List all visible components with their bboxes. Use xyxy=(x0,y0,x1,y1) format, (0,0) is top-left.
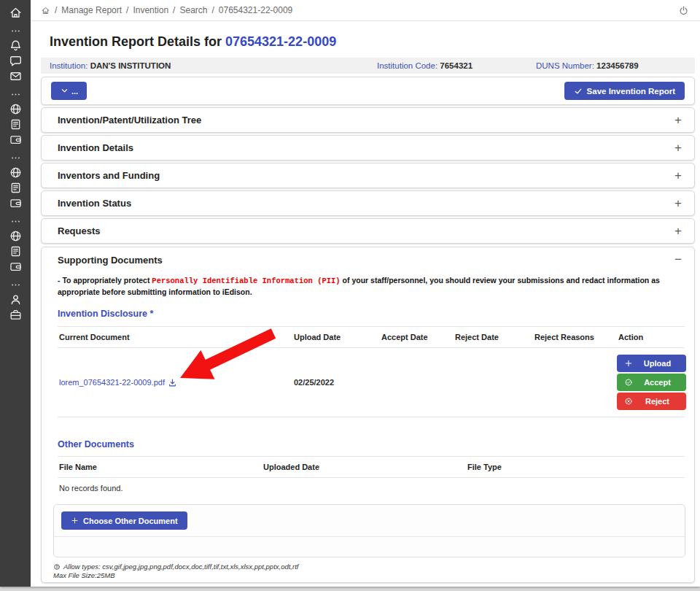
upload-button-label: Upload xyxy=(633,359,686,368)
app-window: / Manage Report / Invention / Search / 0… xyxy=(0,0,700,587)
pii-warning-prefix: - To appropriately protect xyxy=(58,276,152,285)
ellipsis-icon xyxy=(10,279,21,290)
breadcrumb-item-invention[interactable]: Invention xyxy=(133,5,168,15)
sidebar-item-wallet-1[interactable] xyxy=(0,132,31,147)
save-invention-report-button[interactable]: Save Invention Report xyxy=(564,82,685,100)
institution-value: DAN'S INSTITUTION xyxy=(90,61,171,70)
chevron-down-icon xyxy=(60,86,69,96)
person-icon xyxy=(9,293,23,306)
breadcrumb-separator: / xyxy=(126,5,128,15)
save-invention-report-label: Save Invention Report xyxy=(587,87,675,96)
chat-icon xyxy=(9,54,23,68)
accordion-requests[interactable]: Requests + xyxy=(41,218,695,244)
briefcase-icon xyxy=(9,308,23,322)
home-icon xyxy=(41,6,50,15)
accordion-label: Invention Status xyxy=(58,198,131,209)
accordion-supporting-documents[interactable]: Supporting Documents − xyxy=(58,247,685,272)
power-icon xyxy=(678,5,689,16)
accordion-label: Inventors and Funding xyxy=(58,170,160,181)
download-icon[interactable] xyxy=(168,378,177,387)
breadcrumb-item-manage-report[interactable]: Manage Report xyxy=(61,5,122,15)
breadcrumb-separator: / xyxy=(55,5,57,15)
accordion-invention-status[interactable]: Invention Status + xyxy=(41,190,695,216)
accept-button[interactable]: Accept xyxy=(617,374,686,391)
accordion-invention-patent-utilization-tree[interactable]: Invention/Patent/Utilization Tree + xyxy=(41,107,695,133)
upload-notes: Allow types: csv,gif,jpeg,jpg,png,pdf,do… xyxy=(53,563,685,580)
sidebar-item-web-1[interactable] xyxy=(0,101,31,117)
invention-disclosure-title: Invention Disclosure * xyxy=(58,309,685,320)
sidebar-group-separator xyxy=(0,153,31,163)
document-icon xyxy=(9,117,23,131)
sidebar-group-separator xyxy=(0,90,31,99)
choose-other-document-button[interactable]: Choose Other Document xyxy=(61,511,187,530)
more-actions-button[interactable]: ... xyxy=(51,82,87,100)
sidebar-item-organization[interactable] xyxy=(0,307,31,322)
expand-icon: + xyxy=(674,224,682,239)
content-area: / Manage Report / Invention / Search / 0… xyxy=(31,0,700,587)
x-circle-icon xyxy=(624,397,633,406)
column-header-file-type: File Type xyxy=(466,463,685,471)
institution-code-value: 7654321 xyxy=(440,61,472,70)
sidebar xyxy=(0,0,31,587)
home-icon xyxy=(9,6,23,20)
sidebar-item-reports-2[interactable] xyxy=(0,180,31,196)
dropzone-toolbar: Choose Other Document xyxy=(54,505,685,537)
choose-other-document-label: Choose Other Document xyxy=(83,517,178,525)
column-header-upload-date: Upload Date xyxy=(292,333,380,341)
institution-label: Institution: xyxy=(50,61,88,70)
sidebar-group-separator xyxy=(0,280,31,290)
sidebar-item-wallet-3[interactable] xyxy=(0,259,31,274)
column-header-accept-date: Accept Date xyxy=(380,333,454,341)
accordion-invention-details[interactable]: Invention Details + xyxy=(41,135,695,161)
reject-button[interactable]: Reject xyxy=(617,393,686,410)
reject-button-label: Reject xyxy=(633,397,686,406)
collapse-icon: − xyxy=(674,252,682,267)
upload-date-cell: 02/25/2022 xyxy=(292,378,380,387)
sidebar-item-notifications[interactable] xyxy=(0,38,31,53)
sidebar-item-reports-1[interactable] xyxy=(0,117,31,132)
sidebar-item-profile[interactable] xyxy=(0,292,31,307)
accordion-label: Requests xyxy=(58,225,101,236)
logout-button[interactable] xyxy=(677,4,691,18)
topbar: / Manage Report / Invention / Search / 0… xyxy=(31,0,700,21)
accordion-label: Invention/Patent/Utilization Tree xyxy=(58,115,201,125)
ellipsis-icon xyxy=(10,26,21,36)
institution-code-label: Institution Code: xyxy=(377,61,438,70)
breadcrumb: / Manage Report / Invention / Search / 0… xyxy=(41,5,677,15)
sidebar-item-messages[interactable] xyxy=(0,53,31,69)
breadcrumb-item-search[interactable]: Search xyxy=(179,5,207,15)
pii-warning: - To appropriately protect Personally Id… xyxy=(58,275,685,298)
institution-name: Institution: DAN'S INSTITUTION xyxy=(50,61,377,70)
current-document-cell: lorem_07654321-22-0009.pdf xyxy=(58,378,292,387)
mail-icon xyxy=(9,69,23,83)
column-header-action: Action xyxy=(617,333,685,341)
sidebar-item-mail[interactable] xyxy=(0,69,31,84)
plus-icon xyxy=(624,359,633,368)
sidebar-item-home[interactable] xyxy=(0,5,31,20)
upload-button[interactable]: Upload xyxy=(617,355,686,372)
disclosure-table-header: Current Document Upload Date Accept Date… xyxy=(58,326,685,348)
expand-icon: + xyxy=(674,113,682,128)
sidebar-group-separator xyxy=(0,217,31,226)
sidebar-item-reports-3[interactable] xyxy=(0,244,31,259)
duns-number-label: DUNS Number: xyxy=(536,61,594,70)
pii-warning-highlight: Personally Identifiable Information (PII… xyxy=(152,277,340,285)
sidebar-item-web-2[interactable] xyxy=(0,165,31,180)
sidebar-item-web-3[interactable] xyxy=(0,228,31,244)
institution-code: Institution Code: 7654321 xyxy=(377,61,536,70)
breadcrumb-home-link[interactable] xyxy=(41,6,50,15)
breadcrumb-item-report-id[interactable]: 07654321-22-0009 xyxy=(219,5,292,15)
page-title-prefix: Invention Report Details for xyxy=(50,34,225,49)
column-header-current-document: Current Document xyxy=(58,333,292,341)
ellipsis-icon xyxy=(10,216,21,227)
toolbar: ... Save Invention Report xyxy=(41,77,695,105)
document-link[interactable]: lorem_07654321-22-0009.pdf xyxy=(59,378,177,387)
expand-icon: + xyxy=(674,169,682,183)
sidebar-item-wallet-2[interactable] xyxy=(0,196,31,211)
page-title: Invention Report Details for 07654321-22… xyxy=(50,34,695,50)
bell-icon xyxy=(9,39,23,53)
accordion-inventors-and-funding[interactable]: Inventors and Funding + xyxy=(41,163,695,188)
ellipsis-icon xyxy=(10,89,21,100)
duns-number: DUNS Number: 123456789 xyxy=(536,61,686,70)
info-icon xyxy=(53,563,61,571)
